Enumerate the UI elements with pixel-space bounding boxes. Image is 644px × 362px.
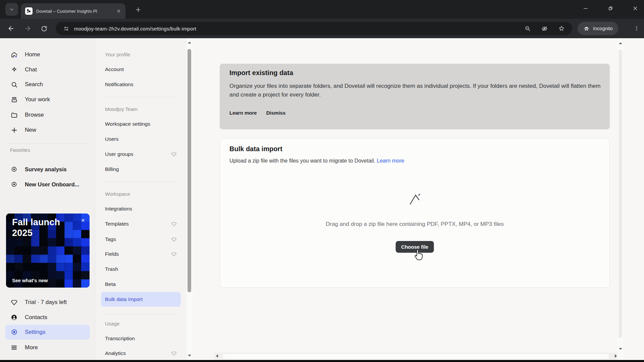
reload-button[interactable]: [38, 22, 50, 35]
nav-item-label: Analytics: [105, 350, 126, 356]
forward-arrow-icon: [24, 25, 32, 32]
tab-search-button[interactable]: [5, 3, 18, 16]
restore-button[interactable]: [606, 4, 614, 12]
sidebar-item-settings[interactable]: Settings: [5, 325, 90, 340]
learn-more-link[interactable]: Learn more: [229, 110, 257, 116]
nav-item-label: Integrations: [105, 206, 132, 212]
nav-item-analytics[interactable]: Analytics: [101, 347, 181, 359]
sidebar-item-label: More: [25, 344, 38, 351]
sidebar-item-your-work[interactable]: Your work: [5, 93, 90, 106]
nav-item-label: Trash: [105, 266, 118, 272]
sidebar-item-search[interactable]: Search: [5, 78, 90, 91]
sidebar-item-trial[interactable]: Trial · 7 days left: [5, 296, 90, 309]
bulk-import-card: Bulk data import Upload a zip file with …: [220, 138, 610, 288]
card-subtitle: Upload a zip file with the files you wan…: [229, 158, 404, 164]
new-tab-button[interactable]: [133, 4, 144, 15]
nav-divider: [102, 97, 176, 97]
nav-item-trash[interactable]: Trash: [101, 263, 181, 275]
browser-window: Dovetail – Customer Insights Pl: [0, 0, 644, 362]
scrollbar-thumb[interactable]: [222, 353, 609, 359]
sidebar-item-chat[interactable]: Chat: [5, 63, 90, 76]
nav-item-label: Bulk data import: [105, 296, 143, 302]
sidebar-item-browse[interactable]: Browse: [5, 108, 90, 122]
nav-item-tags[interactable]: Tags: [101, 233, 181, 245]
favorite-item-label: Survey analysis: [25, 166, 67, 173]
scrollbar-thumb[interactable]: [619, 50, 622, 338]
nav-section-your-profile: Your profile: [101, 48, 181, 60]
tab-close-icon[interactable]: [115, 8, 122, 14]
scroll-up-arrow-icon[interactable]: [188, 42, 191, 44]
favorite-item-survey-analysis[interactable]: Survey analysis: [5, 163, 90, 176]
favorite-item-label: New User Onboard...: [25, 181, 79, 188]
favorite-item-new-user-onboarding[interactable]: New User Onboard...: [5, 178, 90, 191]
sidebar-item-more[interactable]: More: [5, 341, 90, 354]
plus-icon: [135, 6, 142, 13]
eye-hidden-icon[interactable]: [541, 25, 548, 32]
forward-button[interactable]: [21, 22, 34, 35]
nav-item-fields[interactable]: Fields: [101, 248, 181, 260]
browser-tab[interactable]: Dovetail – Customer Insights Pl: [21, 3, 125, 19]
site-info-icon[interactable]: [63, 25, 69, 32]
nav-item-notifications[interactable]: Notifications: [101, 78, 181, 90]
nav-item-billing[interactable]: Billing: [101, 163, 181, 175]
inbox-tray-icon: [10, 96, 18, 104]
back-button[interactable]: [5, 22, 17, 35]
banner-links: Learn more Dismiss: [229, 110, 285, 116]
nav-item-label: Notifications: [105, 81, 133, 87]
nav-item-transcription[interactable]: Transcription: [101, 333, 181, 345]
zoom-out-icon[interactable]: [524, 25, 531, 32]
address-bar[interactable]: moodjoy-team-2h2v.dovetail.com/settings/…: [56, 22, 572, 35]
nav-item-users[interactable]: Users: [101, 133, 181, 145]
scroll-right-arrow-icon[interactable]: [615, 354, 617, 358]
scroll-left-arrow-icon[interactable]: [216, 354, 218, 358]
sidebar-item-label: Contacts: [25, 314, 47, 321]
sidebar-item-label: Trial · 7 days left: [25, 299, 67, 306]
dismiss-link[interactable]: Dismiss: [266, 110, 286, 116]
sparkle-icon: [10, 66, 18, 74]
nav-item-label: Templates: [105, 221, 129, 227]
main-scrollbar[interactable]: [618, 38, 623, 360]
close-button[interactable]: [631, 4, 639, 12]
nav-item-beta[interactable]: Beta: [101, 278, 181, 290]
import-info-banner: Import existing data Organize your files…: [220, 64, 610, 129]
scroll-down-arrow-icon[interactable]: [619, 348, 622, 350]
sidebar-item-contacts[interactable]: Contacts: [5, 311, 90, 324]
nav-item-user-groups[interactable]: User groups: [101, 148, 181, 160]
address-bar-actions: [524, 25, 568, 32]
app-sidebar: Home Chat Search Your work Browse N: [0, 38, 95, 360]
sidebar-item-label: Home: [25, 51, 40, 58]
sidebar-item-home[interactable]: Home: [5, 48, 90, 61]
nav-item-templates[interactable]: Templates: [101, 218, 181, 230]
promo-title: Fall launch 2025: [12, 217, 62, 239]
three-dot-menu-icon: [634, 25, 640, 32]
nav-item-bulk-data-import[interactable]: Bulk data import: [101, 292, 181, 307]
learn-more-link[interactable]: Learn more: [377, 158, 404, 164]
bookmark-star-icon[interactable]: [558, 25, 565, 32]
dropzone-text: Drag and drop a zip file here containing…: [220, 221, 609, 228]
nav-item-workspace-settings[interactable]: Workspace settings: [101, 118, 181, 130]
horizontal-scrollbar[interactable]: [214, 353, 619, 360]
settings-nav-scrollbar[interactable]: [186, 38, 192, 360]
scrollbar-thumb[interactable]: [187, 49, 191, 292]
browser-menu-button[interactable]: [631, 22, 643, 35]
nav-item-label: Fields: [105, 251, 119, 257]
promo-close-icon[interactable]: [79, 217, 86, 224]
incognito-label: Incognito: [593, 26, 613, 31]
nav-section-workspace: Workspace: [101, 188, 181, 200]
sidebar-item-new[interactable]: New: [5, 123, 90, 137]
sidebar-item-label: Settings: [25, 329, 45, 336]
nav-item-account[interactable]: Account: [101, 63, 181, 75]
scroll-up-arrow-icon[interactable]: [619, 42, 622, 44]
gem-icon: [171, 237, 177, 242]
scroll-down-arrow-icon[interactable]: [188, 355, 191, 357]
nav-divider: [102, 181, 176, 182]
card-subtitle-text: Upload a zip file with the files you wan…: [229, 158, 375, 164]
minimize-button[interactable]: [582, 4, 590, 12]
folder-icon: [10, 111, 18, 119]
hand-cursor-icon: [413, 249, 423, 260]
nav-item-label: Workspace settings: [105, 121, 150, 127]
promo-card[interactable]: Fall launch 2025 See what's new: [6, 214, 90, 288]
nav-item-integrations[interactable]: Integrations: [101, 203, 181, 215]
promo-cta-link[interactable]: See what's new: [12, 278, 48, 283]
nav-item-label: Tags: [105, 236, 116, 242]
